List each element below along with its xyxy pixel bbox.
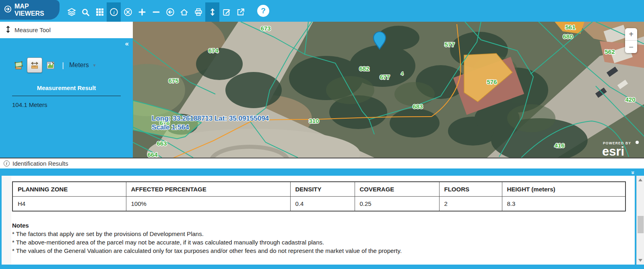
col-height: HEIGHT (meters): [502, 182, 625, 197]
parcel-label: 675: [168, 77, 178, 84]
parcel-label: 674: [208, 47, 219, 54]
measure-panel-header: Measure Tool: [0, 22, 133, 38]
measurement-result-value: 104.1 Meters: [12, 101, 47, 108]
cell-density: 0.4: [290, 197, 355, 212]
notes-block: Notes * The factors that apply are set b…: [12, 221, 635, 255]
parcel-label: 680: [563, 33, 573, 40]
map-zoom-out-button[interactable]: −: [625, 41, 637, 53]
parcel-label: 663: [157, 140, 167, 147]
distance-measure-button[interactable]: [27, 57, 42, 73]
parcel-label: 682: [359, 65, 369, 72]
note-line: * The above-mentioned area of the parcel…: [12, 238, 635, 246]
divider: [12, 96, 121, 96]
parcel-label: 310: [309, 117, 319, 124]
measure-tool-panel: Measure Tool « | Meters ▼ Measurement Re…: [0, 22, 133, 158]
zoom-out-icon[interactable]: [149, 2, 163, 22]
scrollbar-thumb[interactable]: [638, 216, 644, 233]
panel-collapse-chevron[interactable]: «: [125, 40, 129, 47]
previous-extent-icon[interactable]: [163, 2, 177, 22]
vertical-scrollbar[interactable]: [636, 176, 644, 265]
measure-tools-row: | Meters ▼: [14, 57, 97, 73]
note-line: * The values of the General Valuation ar…: [12, 246, 635, 255]
parcel-label: 561: [565, 24, 575, 31]
measure-icon[interactable]: [205, 2, 219, 22]
results-title: Identification Results: [12, 160, 68, 167]
col-density: DENSITY: [290, 182, 355, 197]
map-canvas[interactable]: 673 674 675 682 677 4 683 310 676 663 66…: [133, 22, 644, 158]
identification-results-panel: i Identification Results « PLANNING ZONE…: [0, 158, 644, 269]
scrollbar-down-arrow[interactable]: [638, 259, 642, 262]
top-toolbar: MAP VIEWERS i: [0, 0, 644, 22]
cell-coverage: 0.25: [355, 197, 439, 212]
area-measure-button[interactable]: [14, 60, 23, 70]
content-gutter: [2, 176, 11, 265]
info-icon: i: [4, 160, 10, 166]
cell-height: 8.3: [502, 197, 625, 212]
layers-icon[interactable]: [64, 2, 78, 22]
parcel-label: 673: [260, 25, 270, 32]
col-floors: FLOORS: [439, 182, 502, 197]
export-icon[interactable]: [233, 2, 248, 22]
svg-text:i: i: [113, 9, 115, 15]
cell-affected-percentage: 100%: [126, 197, 290, 212]
parcel-label: 664: [147, 151, 158, 158]
cell-planning-zone: H4: [12, 197, 126, 212]
notes-title: Notes: [12, 221, 635, 230]
chevron-down-icon[interactable]: ▼: [93, 63, 97, 68]
parcel-label: 562: [605, 48, 615, 55]
toolbar-buttons: i: [64, 0, 248, 22]
parcel-label: 576: [487, 78, 497, 85]
satellite-map: 673 674 675 682 677 4 683 310 676 663 66…: [133, 22, 644, 158]
parcel-label: 416: [554, 142, 564, 149]
basemap-grid-icon[interactable]: [93, 2, 107, 22]
satellite-background: [133, 22, 644, 158]
col-affected-percentage: AFFECTED PERCENTAGE: [126, 182, 290, 197]
parcel-label: 683: [413, 103, 423, 110]
help-button[interactable]: ?: [257, 5, 269, 17]
app-logo[interactable]: MAP VIEWERS: [0, 0, 60, 20]
note-line: * The factors that apply are set by the …: [12, 230, 635, 238]
zoning-table: PLANNING ZONE AFFECTED PERCENTAGE DENSIT…: [12, 181, 626, 212]
table-row: H4 100% 0.4 0.25 2 8.3: [12, 197, 625, 212]
map-zoom-controls: + −: [625, 28, 637, 53]
scale-readout: Scale 1:564: [152, 123, 189, 131]
results-header: i Identification Results: [0, 158, 644, 168]
coordinates-readout: Long: 33.26188713 Lat: 35.09155094: [152, 115, 269, 122]
target-arrow-icon: [4, 5, 12, 14]
tools-separator: |: [62, 61, 64, 70]
unit-dropdown[interactable]: Meters: [69, 62, 89, 69]
scrollbar-up-arrow[interactable]: [638, 179, 642, 181]
parcel-label: 4: [401, 71, 404, 76]
results-content: PLANNING ZONE AFFECTED PERCENTAGE DENSIT…: [2, 176, 635, 265]
home-icon[interactable]: [177, 2, 191, 22]
clear-selection-icon[interactable]: [121, 2, 135, 22]
edit-icon[interactable]: [219, 2, 233, 22]
parcel-label: 420: [625, 96, 635, 103]
esri-logo: esri: [602, 144, 624, 158]
parcel-label: 577: [444, 41, 454, 48]
col-planning-zone: PLANNING ZONE: [12, 182, 126, 197]
measure-panel-title: Measure Tool: [14, 27, 51, 33]
print-icon[interactable]: [191, 2, 205, 22]
zoom-in-icon[interactable]: [135, 2, 149, 22]
results-collapse-chevron[interactable]: «: [629, 171, 635, 174]
help-glyph: ?: [261, 6, 266, 15]
parcel-label: 677: [380, 74, 390, 80]
map-zoom-in-button[interactable]: +: [625, 28, 637, 41]
col-coverage: COVERAGE: [355, 182, 439, 197]
location-measure-button[interactable]: [46, 61, 55, 70]
cell-floors: 2: [439, 197, 502, 212]
measurement-result-heading: Measurement Result: [0, 84, 133, 91]
measure-vertical-arrow-icon: [5, 26, 11, 34]
brand-title: MAP VIEWERS: [14, 3, 60, 17]
table-header-row: PLANNING ZONE AFFECTED PERCENTAGE DENSIT…: [12, 182, 625, 197]
identify-info-icon[interactable]: i: [107, 2, 121, 22]
search-icon[interactable]: [78, 2, 93, 22]
